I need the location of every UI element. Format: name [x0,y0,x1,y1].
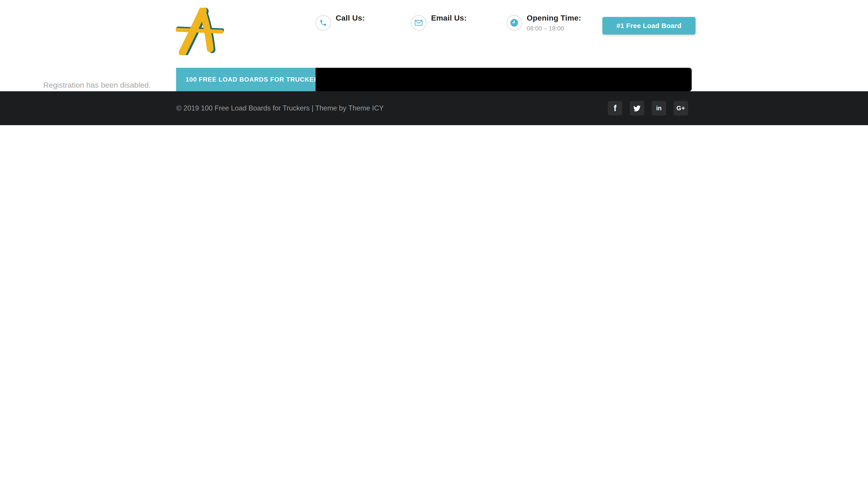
page: Call Us: Email Us: [0,0,868,488]
copyright-prefix: © 2019 100 Free Load Boards for Truckers… [176,104,346,112]
clock-icon [506,15,522,31]
contact-email-block: Email Us: [411,13,467,32]
brand-a-logo-icon [176,8,224,55]
facebook-icon: f [614,103,617,113]
contact-call-block: Call Us: [315,13,365,32]
facebook-link[interactable]: f [608,101,622,116]
nav-bar-empty-area [315,68,692,91]
phone-icon [315,15,331,31]
contact-email-text: Email Us: [431,13,467,32]
opening-time-value: 08:00 – 18:00 [527,25,581,32]
email-us-value [431,25,467,32]
google-plus-icon: G+ [677,105,685,112]
site-header: Call Us: Email Us: [0,0,868,68]
theme-icy-link[interactable]: Theme ICY [348,104,384,112]
google-plus-link[interactable]: G+ [674,101,688,116]
social-links: f in G+ [608,101,688,116]
contact-call-text: Call Us: [336,13,365,32]
envelope-icon [411,15,427,31]
registration-disabled-notice: Registration has been disabled. [43,80,151,90]
free-load-board-button[interactable]: #1 Free Load Board [602,17,695,35]
nav-item-100-free-load-boards[interactable]: 100 FREE LOAD BOARDS FOR TRUCKERS [176,68,315,91]
site-footer: © 2019 100 Free Load Boards for Truckers… [0,91,868,125]
call-us-label: Call Us: [336,13,365,22]
email-us-label: Email Us: [431,13,467,22]
main-nav: 100 FREE LOAD BOARDS FOR TRUCKERS [176,68,692,91]
twitter-link[interactable] [630,101,644,116]
twitter-icon [633,105,641,112]
opening-time-label: Opening Time: [527,13,581,22]
contact-opening-time-text: Opening Time: 08:00 – 18:00 [527,13,581,32]
linkedin-link[interactable]: in [652,101,666,116]
contact-opening-time-block: Opening Time: 08:00 – 18:00 [506,13,581,32]
copyright-text: © 2019 100 Free Load Boards for Truckers… [176,91,384,125]
call-us-value [336,25,365,32]
site-logo[interactable] [176,8,224,55]
linkedin-icon: in [656,105,662,112]
